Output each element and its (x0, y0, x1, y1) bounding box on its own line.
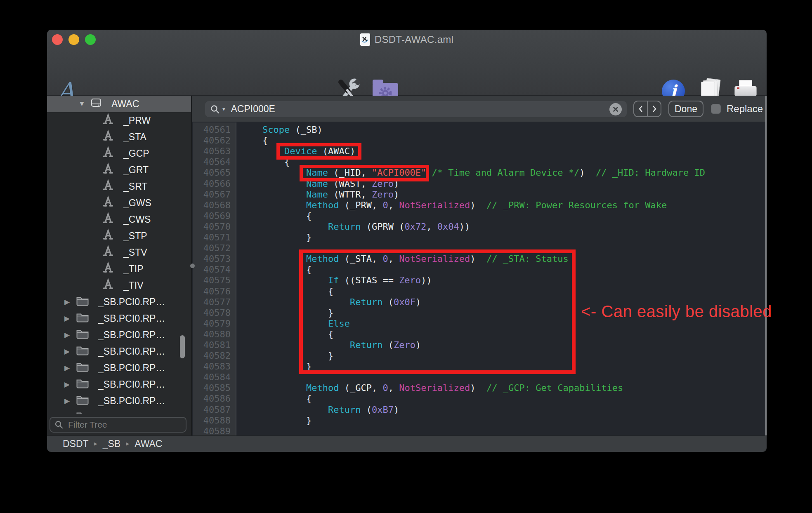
disclosure-closed-icon[interactable]: ▶ (64, 314, 70, 323)
sidebar-item-gcp[interactable]: _GCP (47, 145, 191, 162)
line-number: 40572 (192, 243, 235, 254)
code-line[interactable]: 40571 } (192, 232, 767, 243)
code-text (235, 243, 241, 254)
line-number: 40581 (192, 340, 235, 351)
annotation-box-device (276, 143, 361, 160)
code-line[interactable]: 40588 } (192, 415, 767, 426)
search-field[interactable]: ▾ (205, 101, 627, 117)
sidebar-item-sbpci0rp[interactable]: ▶_SB.PCI0.RP… (47, 294, 191, 310)
code-text: Scope (_SB) (235, 125, 323, 135)
line-number: 40563 (192, 146, 235, 157)
line-number: 40573 (192, 254, 235, 264)
disclosure-closed-icon[interactable]: ▶ (64, 380, 70, 389)
line-number: 40568 (192, 200, 235, 211)
breadcrumb-item-dsdt[interactable]: DSDT (63, 438, 89, 449)
sidebar-item-tiv[interactable]: _TIV (47, 277, 191, 294)
filter-tree-input[interactable] (67, 419, 182, 430)
tree-item-label: _SRT (123, 181, 147, 192)
code-line[interactable]: 40566 Name (WAST, Zero) (192, 179, 767, 189)
clear-search-button[interactable] (609, 103, 622, 115)
annotation-box-hid (300, 165, 429, 181)
disclosure-closed-icon[interactable]: ▶ (64, 364, 70, 372)
sidebar-item-sta[interactable]: _STA (47, 129, 191, 145)
code-line[interactable]: 40587 Return (0xB7) (192, 405, 767, 415)
breadcrumb-item-sb[interactable]: _SB (103, 438, 120, 449)
code-line[interactable]: 40568 Method (_PRW, 0, NotSerialized) //… (192, 200, 767, 211)
done-label: Done (675, 104, 697, 115)
line-number: 40566 (192, 179, 235, 189)
filter-area (47, 414, 191, 435)
done-button[interactable]: Done (668, 101, 703, 117)
find-nav-segment (633, 101, 661, 117)
sidebar-item-tip[interactable]: _TIP (47, 261, 191, 277)
code-line[interactable]: 40570 Return (GPRW (0x72, 0x04)) (192, 221, 767, 232)
code-line[interactable]: 40565 Name (_HID, "ACPI000E" /* Time and… (192, 167, 767, 178)
sidebar-item-prw[interactable]: _PRW (47, 112, 191, 129)
code-line[interactable]: 40589 (192, 426, 767, 435)
sidebar-item-awac[interactable]: ▼AWAC (47, 96, 191, 112)
folder-icon (76, 295, 89, 306)
sidebar-item-srt[interactable]: _SRT (47, 178, 191, 195)
disclosure-closed-icon[interactable]: ▶ (64, 331, 70, 339)
document-icon (360, 33, 370, 46)
find-previous-button[interactable] (634, 101, 647, 116)
window-title: DSDT-AWAC.aml (375, 34, 453, 45)
sidebar-item-sbpci0rp[interactable]: ▶_SB.PCI0.RP… (47, 360, 191, 376)
code-line[interactable]: 40585 Method (_GCP, 0, NotSerialized) //… (192, 383, 767, 393)
sidebar-tree: ▼AWAC_PRW_STA_GCP_GRT_SRT_GWS_CWS_STP_ST… (47, 96, 191, 414)
folder-icon (76, 312, 89, 323)
disclosure-closed-icon[interactable]: ▶ (64, 347, 70, 356)
breadcrumb-item-awac[interactable]: AWAC (135, 438, 162, 449)
code-text: { (235, 211, 312, 221)
line-number: 40564 (192, 157, 235, 167)
method-a-icon (102, 113, 114, 125)
line-number: 40565 (192, 167, 235, 178)
sidebar-item-stp[interactable]: _STP (47, 228, 191, 244)
disclosure-open-icon[interactable]: ▼ (78, 100, 85, 108)
sidebar-item-cws[interactable]: _CWS (47, 211, 191, 228)
breadcrumb: DSDT▸_SB▸AWAC (63, 438, 162, 449)
code-text: Method (_GCP, 0, NotSerialized) // _GCP:… (235, 383, 623, 393)
code-line[interactable]: 40569 { (192, 211, 767, 221)
method-a-icon (102, 261, 114, 274)
method-a-icon (102, 162, 114, 175)
code-line[interactable]: 40586 { (192, 393, 767, 404)
tree-item-label: _SB.PCI0.RP… (98, 313, 165, 324)
line-number: 40567 (192, 189, 235, 200)
code-line[interactable]: 40567 Name (WTTR, Zero) (192, 189, 767, 200)
search-icon (54, 420, 64, 429)
line-number: 40586 (192, 393, 235, 404)
sidebar-item-stv[interactable]: _STV (47, 244, 191, 261)
filter-tree-field[interactable] (50, 417, 186, 433)
sidebar-item-sbpci0rp[interactable]: ▶_SB.PCI0.RP… (47, 376, 191, 393)
code-line[interactable]: 40561 Scope (_SB) (192, 125, 767, 135)
disclosure-closed-icon[interactable]: ▶ (64, 397, 70, 405)
splitter-handle[interactable] (190, 264, 195, 268)
tree-item-label: _STV (123, 247, 147, 258)
search-menu-chevron-icon[interactable]: ▾ (222, 106, 225, 112)
tree-item-label: _GRT (123, 165, 149, 176)
editor-scrollbar[interactable] (765, 96, 767, 435)
chevron-right-icon (651, 105, 657, 113)
search-input[interactable] (230, 103, 607, 115)
disclosure-closed-icon[interactable]: ▶ (64, 298, 70, 306)
device-icon (90, 96, 102, 109)
breadcrumb-separator-icon: ▸ (94, 440, 97, 447)
sidebar-item-sbpci0rp[interactable]: ▶_SB.PCI0.RP… (47, 310, 191, 327)
line-number: 40583 (192, 361, 235, 372)
line-number: 40589 (192, 426, 235, 435)
line-number: 40578 (192, 308, 235, 318)
line-number: 40570 (192, 221, 235, 232)
sidebar-item-sbpci0rp[interactable]: ▶_SB.PCI0.RP… (47, 409, 191, 414)
sidebar-item-sbpci0rp[interactable]: ▶_SB.PCI0.RP… (47, 393, 191, 409)
sidebar-item-gws[interactable]: _GWS (47, 195, 191, 211)
folder-icon (76, 361, 89, 372)
sidebar-item-grt[interactable]: _GRT (47, 162, 191, 178)
sidebar-item-sbpci0rp[interactable]: ▶_SB.PCI0.RP… (47, 343, 191, 360)
sidebar-item-sbpci0rp[interactable]: ▶_SB.PCI0.RP… (47, 327, 191, 343)
replace-checkbox[interactable] (711, 104, 721, 114)
line-number: 40561 (192, 125, 235, 135)
search-icon (210, 104, 220, 114)
sidebar-scrollbar[interactable] (180, 335, 185, 358)
find-next-button[interactable] (647, 101, 661, 116)
